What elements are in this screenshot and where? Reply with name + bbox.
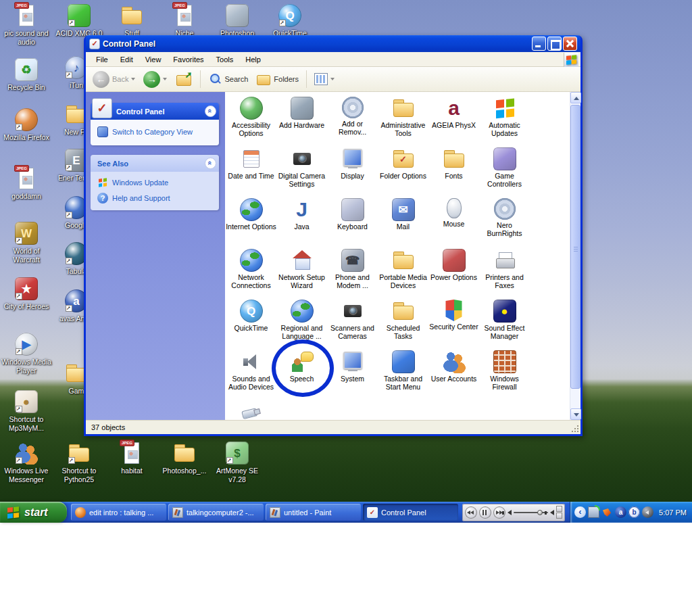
disc-app-icon[interactable]: b [628,506,640,518]
control-panel-item[interactable]: Windows Firewall [479,350,530,401]
control-panel-item[interactable]: ✉ Mail [378,198,428,249]
menu-item[interactable]: Favorites [167,53,209,66]
title-bar[interactable]: ✓ Control Panel [86,35,580,52]
control-panel-item[interactable]: Display [327,147,378,198]
desktop-icon[interactable]: ● Shortcut to Mp3MyM... [0,390,53,433]
control-panel-item[interactable]: System [327,350,378,401]
control-panel-item[interactable]: Printers and Faxes [479,249,530,300]
back-dropdown-caret[interactable] [131,78,135,80]
media-restore-button[interactable] [556,506,562,512]
control-panel-item[interactable]: Taskbar and Start Menu [378,350,428,401]
desktop-icon[interactable]: JPEG goddamn [0,167,53,201]
desktop-icon[interactable]: Stuff [105,4,158,38]
control-panel-item[interactable]: Add or Remov... [327,97,378,147]
volume-app-icon[interactable] [642,506,653,518]
menu-item[interactable]: Edit [114,53,139,66]
desktop-icon[interactable]: ACID XMC 6.0 [53,4,105,38]
desktop-icon[interactable]: ▶ Windows Media Player [0,333,53,375]
forward-button[interactable] [141,70,170,89]
avast-icon[interactable]: a [615,506,626,518]
taskbar-task-button[interactable]: edit intro : talking ... [71,504,166,521]
control-panel-item[interactable]: Portable Media Devices [378,249,428,300]
desktop-icon[interactable]: $ ArtMoney SE v7.28 [211,442,264,484]
desktop-icon[interactable]: ♻ Recycle Bin [0,58,53,92]
resize-grip[interactable] [571,425,579,433]
control-panel-item[interactable]: a AGEIA PhysX [428,97,479,147]
desktop-icon[interactable]: W World of Warcraft [0,222,53,264]
search-button[interactable]: Search [205,71,251,87]
scroll-up-button[interactable] [570,92,581,103]
desktop-icon[interactable]: JPEG habitat [105,442,158,475]
control-panel-item[interactable] [226,401,276,420]
volume-knob[interactable] [537,510,543,515]
control-panel-item[interactable]: Power Options [428,249,479,300]
task-panel-link[interactable]: Switch to Category View [97,126,216,137]
control-panel-item[interactable]: Internet Options [226,198,276,249]
orange-app-icon[interactable] [601,506,613,518]
clock[interactable]: 5:07 PM [659,508,687,517]
control-panel-item[interactable]: Fonts [428,147,479,198]
minimize-button[interactable] [532,37,546,51]
control-panel-item[interactable]: Security Center [428,300,479,350]
back-button[interactable]: Back [90,70,138,89]
collapse-chevron-icon[interactable] [205,158,216,169]
desktop-icon[interactable]: ★ City of Heroes [0,277,53,311]
desktop-icon[interactable]: JPEG Niche [158,4,211,38]
see-also-link[interactable]: ? Help and Support [97,193,216,204]
forward-dropdown-caret[interactable] [163,78,167,80]
control-panel-item[interactable]: Digital Camera Settings [276,147,327,198]
control-panel-item[interactable]: User Accounts [428,350,479,401]
taskbar-task-button[interactable]: ✓ Control Panel [363,504,458,521]
control-panel-item[interactable]: Network Setup Wizard [276,249,327,300]
desktop-icon[interactable]: Photoshop [211,4,264,38]
desktop-icon[interactable]: JPEG pic sound and audio [0,4,53,47]
menu-item[interactable]: Tools [210,53,240,66]
pause-button[interactable] [479,506,491,519]
desktop-icon[interactable]: Q QuickTime [264,4,316,38]
control-panel-item[interactable]: J Java [276,198,327,249]
maximize-button[interactable] [547,37,562,51]
control-panel-item[interactable]: Keyboard [327,198,378,249]
folders-button[interactable]: Folders [253,71,301,87]
hide-icons-chevron[interactable] [574,506,586,518]
collapse-chevron-icon[interactable] [205,105,216,117]
scrollbar-thumb[interactable] [570,105,580,389]
desktop-icon[interactable]: Shortcut to Python25 [53,442,105,484]
see-also-link[interactable]: Windows Update [97,177,216,188]
control-panel-item[interactable]: Mouse [428,198,479,249]
mute-speaker-icon[interactable] [508,510,512,515]
vertical-scrollbar[interactable] [570,92,580,420]
menu-item[interactable]: View [139,53,168,66]
control-panel-item[interactable]: Accessibility Options [226,97,276,147]
control-panel-item[interactable]: ● Sound Effect Manager [479,300,530,350]
taskbar-task-button[interactable]: talkingcomputer2 -... [168,504,264,521]
menu-item[interactable]: File [90,53,114,66]
menu-item[interactable]: Help [239,53,267,66]
control-panel-item[interactable]: Administrative Tools [378,97,428,147]
control-panel-item[interactable]: Date and Time [226,147,276,198]
desktop-icon[interactable]: Mozilla Firefox [0,108,53,142]
control-panel-item[interactable]: Q QuickTime [226,300,276,350]
start-button[interactable]: start [0,502,67,523]
control-panel-item[interactable]: ✓ Folder Options [378,147,428,198]
media-menu-button[interactable] [556,513,562,519]
wireless-network-icon[interactable] [588,506,599,518]
up-button[interactable] [172,70,195,89]
volume-slider[interactable] [514,512,548,513]
taskbar-task-button[interactable]: untitled - Paint [266,504,361,521]
control-panel-item[interactable]: Scanners and Cameras [327,300,378,350]
control-panel-item[interactable]: Network Connections [226,249,276,300]
control-panel-item[interactable]: ☎ Phone and Modem ... [327,249,378,300]
control-panel-item[interactable]: Game Controllers [479,147,530,198]
scroll-down-button[interactable] [570,408,581,420]
previous-track-button[interactable] [465,506,477,519]
close-button[interactable] [563,37,577,51]
desktop-icon[interactable]: Windows Live Messenger [0,442,53,484]
control-panel-item[interactable]: Sounds and Audio Devices [226,350,276,401]
desktop-icon[interactable]: Photoshop_... [158,442,211,475]
control-panel-item[interactable]: Automatic Updates [479,97,530,147]
control-panel-item[interactable]: Scheduled Tasks [378,300,428,350]
control-panel-item[interactable]: Nero BurnRights [479,198,530,249]
views-button[interactable] [312,72,337,87]
control-panel-item[interactable]: Add Hardware [276,97,327,147]
